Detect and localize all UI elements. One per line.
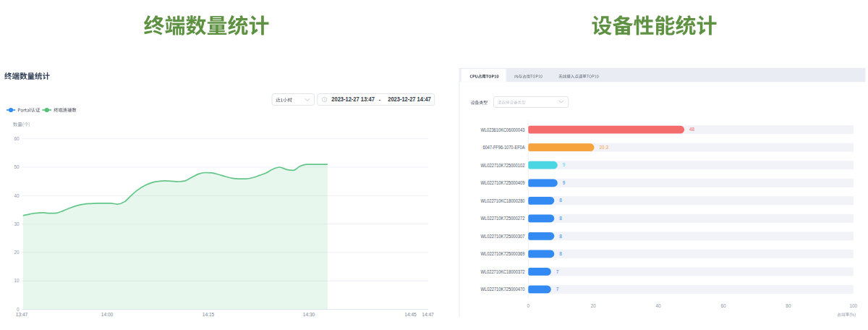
svg-text:50: 50 <box>14 164 20 169</box>
svg-text:8: 8 <box>559 251 562 256</box>
svg-text:6047-FF96-1070-EF0A: 6047-FF96-1070-EF0A <box>483 145 526 150</box>
svg-text:14:15: 14:15 <box>203 312 215 317</box>
svg-text:9: 9 <box>563 162 566 167</box>
svg-text:WL022710K725000102: WL022710K725000102 <box>481 163 525 168</box>
svg-text:8: 8 <box>559 234 562 239</box>
svg-text:60: 60 <box>14 136 20 141</box>
svg-text:80: 80 <box>786 303 791 308</box>
svg-text:14:47: 14:47 <box>422 312 434 317</box>
svg-text:20: 20 <box>591 303 597 308</box>
svg-text:48: 48 <box>689 127 695 132</box>
svg-text:-: - <box>379 96 381 103</box>
svg-text:30: 30 <box>14 221 20 227</box>
svg-text:WL022710K725000470: WL022710K725000470 <box>481 287 525 292</box>
svg-text:WL022710K725000409: WL022710K725000409 <box>481 180 525 185</box>
svg-text:13:47: 13:47 <box>16 312 28 317</box>
svg-text:14:00: 14:00 <box>101 312 114 317</box>
svg-text:WL022710K725000307: WL022710K725000307 <box>481 234 525 239</box>
svg-text:WL022710KC18000372: WL022710KC18000372 <box>481 269 525 274</box>
svg-text:20.3: 20.3 <box>600 145 609 150</box>
svg-text:7: 7 <box>556 269 559 274</box>
svg-text:2023-12-27 13:47: 2023-12-27 13:47 <box>331 96 375 103</box>
svg-text:0: 0 <box>527 303 530 308</box>
svg-text:40: 40 <box>656 303 662 308</box>
svg-text:9: 9 <box>563 180 566 185</box>
svg-text:8: 8 <box>559 216 562 221</box>
svg-text:WL023610KC06000043: WL023610KC06000043 <box>481 127 525 132</box>
svg-text:100: 100 <box>849 303 857 308</box>
svg-text:14:30: 14:30 <box>303 312 315 317</box>
svg-text:8: 8 <box>559 198 562 203</box>
svg-text:40: 40 <box>14 193 20 198</box>
svg-text:20: 20 <box>14 250 20 255</box>
svg-text:2023-12-27 14:47: 2023-12-27 14:47 <box>388 96 431 103</box>
svg-text:WL022710K725000272: WL022710K725000272 <box>481 216 525 221</box>
svg-text:10: 10 <box>14 278 20 283</box>
svg-text:7: 7 <box>556 287 559 292</box>
svg-text:WL022710KC18000280: WL022710KC18000280 <box>481 198 525 203</box>
svg-text:60: 60 <box>720 303 726 308</box>
svg-text:WL022710K725000369: WL022710K725000369 <box>481 251 525 256</box>
svg-text:14:45: 14:45 <box>404 312 417 317</box>
